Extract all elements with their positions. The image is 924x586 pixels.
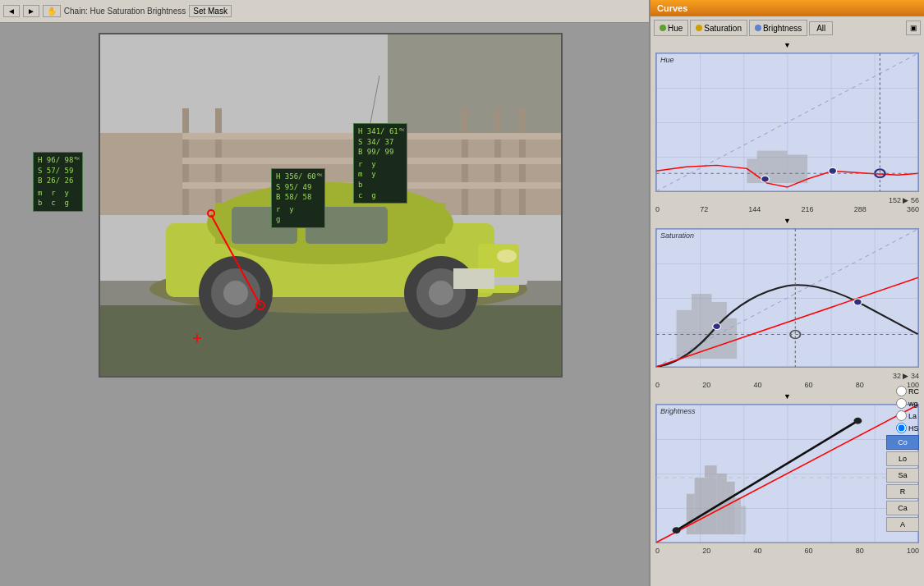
svg-rect-60 <box>687 494 695 534</box>
svg-point-55 <box>853 299 862 305</box>
popup1-b: B 26/ 26 <box>38 176 78 186</box>
saturation-graph-container: ▼ Saturation <box>650 217 924 391</box>
hue-value1: 152 <box>889 196 901 204</box>
hue-values: 152 ▶ 56 <box>650 195 924 205</box>
popup3-labels: r yg <box>276 205 294 224</box>
svg-rect-40 <box>788 155 808 184</box>
popup2-close[interactable]: × <box>401 125 405 135</box>
tab-all[interactable]: All <box>809 21 833 35</box>
svg-rect-39 <box>747 158 756 183</box>
canvas-area: ◄ ► ✋ Chain: Hue Saturation Brightness S… <box>0 0 649 586</box>
sat-value1: 32 <box>893 372 901 380</box>
hue-dot <box>660 25 666 31</box>
saturation-values: 32 ▶ 34 <box>650 371 924 381</box>
toolbar-back-btn[interactable]: ◄ <box>3 5 20 17</box>
saturation-triangle-marker: ▼ <box>784 217 791 225</box>
popup1-h: H 96/ 98° <box>38 155 78 166</box>
toolbar-hand-btn[interactable]: ✋ <box>43 5 61 17</box>
popup2-b: B 99/ 99 <box>358 147 402 158</box>
brightness-axis: 0 20 40 60 80 100 <box>650 547 924 556</box>
svg-point-71 <box>853 418 862 424</box>
car-photo-svg <box>100 34 563 378</box>
action-buttons: Co Lo Sa R Ca A <box>886 435 919 532</box>
save-btn[interactable]: Sa <box>886 468 919 483</box>
radio-group: RC wg La HS <box>896 386 919 435</box>
curves-tabs: Hue Saturation Brightness All ▣ <box>650 16 924 39</box>
expand-btn[interactable]: ▣ <box>906 21 921 35</box>
svg-rect-51 <box>727 318 737 359</box>
tab-hue-label: Hue <box>668 24 683 33</box>
popup1-close[interactable]: × <box>76 153 80 164</box>
popup2-s: S 34/ 37 <box>358 137 402 148</box>
radio-rc[interactable]: RC <box>896 386 919 396</box>
color-popup-3: × H 356/ 60° S 95/ 49 B 58/ 58 r yg <box>271 168 325 228</box>
svg-point-42 <box>761 176 770 182</box>
tab-saturation-label: Saturation <box>704 24 742 33</box>
sat-value2: 34 <box>911 372 919 380</box>
brightness-triangle-marker: ▼ <box>784 392 791 401</box>
brightness-graph[interactable]: Brightness <box>655 404 919 543</box>
popup3-h: H 356/ 60° <box>276 172 320 182</box>
svg-rect-64 <box>727 482 735 534</box>
svg-point-54 <box>713 323 721 330</box>
hue-curve-svg <box>656 53 918 191</box>
photo-container <box>99 33 563 378</box>
svg-rect-62 <box>705 465 717 534</box>
saturation-curve-svg <box>656 229 918 367</box>
svg-rect-66 <box>741 506 746 535</box>
hue-axis: 0 72 144 216 288 360 <box>650 205 924 215</box>
saturation-dot <box>696 25 702 31</box>
popup2-h: H 341/ 61° <box>358 126 402 137</box>
brightness-graph-label: Brightness <box>660 407 696 415</box>
brightness-dot <box>755 25 761 31</box>
tab-brightness[interactable]: Brightness <box>749 20 807 36</box>
popup2-labels: r ym ybc g <box>358 160 376 199</box>
hue-graph[interactable]: Hue <box>655 53 919 192</box>
svg-point-70 <box>673 527 681 533</box>
svg-rect-65 <box>735 498 741 534</box>
toolbar-chain-label: Chain: Hue Saturation Brightness <box>64 7 186 16</box>
radio-la[interactable]: La <box>896 410 919 421</box>
radio-hs[interactable]: HS <box>896 423 919 433</box>
svg-rect-28 <box>453 268 494 289</box>
popup1-labels: m r yb c g <box>38 188 69 208</box>
toolbar-forward-btn[interactable]: ► <box>23 5 39 17</box>
popup3-s: S 95/ 49 <box>276 182 320 193</box>
saturation-graph[interactable]: Saturation <box>655 228 919 368</box>
tab-saturation[interactable]: Saturation <box>690 20 747 36</box>
color-popup-1: × H 96/ 98° S 57/ 59 B 26/ 26 m r yb c g <box>33 152 83 212</box>
curves-title: Curves <box>650 0 924 16</box>
color-popup-2: × H 341/ 61° S 34/ 37 B 99/ 99 r ym ybc … <box>353 123 407 204</box>
curve-btn[interactable]: Co <box>886 435 919 450</box>
svg-point-24 <box>429 281 453 305</box>
popup3-b: B 58/ 58 <box>276 192 320 203</box>
set-mask-btn[interactable]: Set Mask <box>189 5 232 17</box>
tab-brightness-label: Brightness <box>763 24 802 33</box>
tab-all-label: All <box>816 24 825 33</box>
apply-btn[interactable]: A <box>886 517 919 532</box>
hue-value2: 56 <box>911 196 919 204</box>
saturation-graph-label: Saturation <box>660 231 694 240</box>
radio-wg[interactable]: wg <box>896 398 919 409</box>
svg-point-21 <box>223 281 248 305</box>
brightness-graph-container: ▼ Brightness <box>650 392 924 556</box>
reset-btn[interactable]: R <box>886 484 919 499</box>
curves-panel: Curves Hue Saturation Brightness All ▣ ▼… <box>649 0 924 586</box>
hue-graph-container: ▼ Hue <box>650 41 924 215</box>
load-btn[interactable]: Lo <box>886 451 919 466</box>
saturation-axis: 0 20 40 60 80 100 <box>650 381 924 391</box>
popup1-s: S 57/ 59 <box>38 166 78 176</box>
cancel-btn[interactable]: Ca <box>886 501 919 515</box>
popup3-close[interactable]: × <box>319 170 323 181</box>
toolbar: ◄ ► ✋ Chain: Hue Saturation Brightness S… <box>0 0 649 23</box>
svg-rect-61 <box>695 478 705 534</box>
svg-rect-12 <box>100 305 563 378</box>
hue-triangle-marker: ▼ <box>784 41 791 49</box>
curves-title-text: Curves <box>657 3 687 13</box>
brightness-curve-svg <box>656 405 918 543</box>
svg-point-26 <box>497 250 517 263</box>
tab-hue[interactable]: Hue <box>654 20 688 36</box>
hue-graph-label: Hue <box>660 56 674 64</box>
